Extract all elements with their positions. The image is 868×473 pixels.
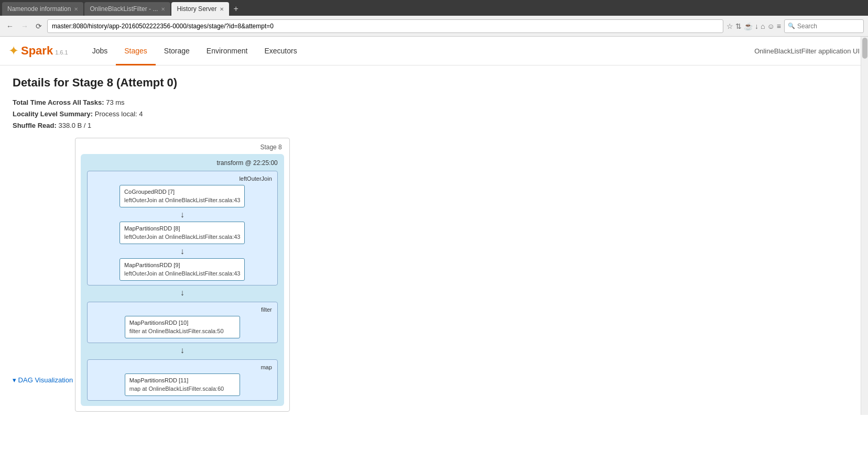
dag-group-map-label: map	[93, 364, 272, 370]
dag-between-2-3: ↓	[87, 343, 278, 357]
nav-executors[interactable]: Executors	[256, 37, 305, 65]
app-container: ✦ Spark 1.6.1 Jobs Stages Storage Enviro…	[0, 37, 868, 473]
address-bar-row: ← → ⟳ ☆ ⇅ ☕ ↓ ⌂ ☺ ≡ 🔍	[0, 16, 868, 37]
dag-group-leftOuterJoin-label: leftOuterJoin	[93, 175, 272, 182]
shield-icon[interactable]: ☕	[744, 22, 753, 30]
dag-arrow-between-2: ↓	[180, 345, 185, 355]
tab-bar: Namenode information ✕ OnlineBlackListFi…	[0, 0, 868, 16]
rdd-box-1: MapPartitionsRDD [8] leftOuterJoin at On…	[120, 222, 245, 244]
dag-between-1-2: ↓	[87, 285, 278, 300]
dag-toggle[interactable]: ▾ DAG Visualization	[13, 376, 73, 384]
info-table: Total Time Across All Tasks: 73 ms Local…	[13, 97, 855, 131]
rdd-name-0: CoGroupedRDD [7]	[124, 188, 240, 196]
rdd-box-4: MapPartitionsRDD [11] map at OnlineBlack…	[125, 373, 240, 396]
new-tab-button[interactable]: +	[230, 2, 241, 16]
search-input[interactable]	[797, 23, 860, 30]
rdd-detail-1: leftOuterJoin at OnlineBlackListFilter.s…	[124, 233, 240, 241]
total-time-value: 73 ms	[106, 98, 124, 106]
rdd-name-1: MapPartitionsRDD [8]	[124, 225, 240, 233]
stage-label: Stage 8	[81, 144, 284, 151]
dag-group-leftOuterJoin: leftOuterJoin CoGroupedRDD [7] leftOuter…	[87, 171, 278, 285]
nav-environment[interactable]: Environment	[198, 37, 256, 65]
app-header: ✦ Spark 1.6.1 Jobs Stages Storage Enviro…	[0, 37, 868, 65]
address-input[interactable]	[47, 19, 723, 33]
dag-arrow-0: ↓	[180, 210, 185, 219]
spark-version: 1.6.1	[55, 49, 68, 56]
nav-stages[interactable]: Stages	[116, 37, 156, 65]
sync-icon[interactable]: ⇅	[735, 22, 742, 30]
tab-namenode-close[interactable]: ✕	[74, 6, 78, 12]
rdd-name-2: MapPartitionsRDD [9]	[124, 261, 240, 269]
tab-history-label: History Server	[177, 5, 216, 13]
rdd-detail-4: map at OnlineBlackListFilter.scala:60	[129, 385, 235, 393]
back-button[interactable]: ←	[4, 21, 16, 31]
tab-filter[interactable]: OnlineBlackListFilter - ... ✕	[84, 2, 170, 16]
home-icon[interactable]: ⌂	[761, 22, 765, 30]
spark-star-icon: ✦	[8, 43, 19, 58]
rdd-box-2: MapPartitionsRDD [9] leftOuterJoin at On…	[120, 258, 245, 281]
nav-storage[interactable]: Storage	[156, 37, 198, 65]
shuffle-value: 338.0 B / 1	[58, 122, 91, 129]
dag-group-map: map MapPartitionsRDD [11] map at OnlineB…	[87, 359, 278, 401]
reload-button[interactable]: ⟳	[34, 21, 44, 31]
shuffle-row: Shuffle Read: 338.0 B / 1	[13, 120, 855, 131]
search-icon: 🔍	[788, 23, 795, 29]
tab-filter-close[interactable]: ✕	[161, 6, 165, 12]
scrollbar[interactable]	[861, 37, 868, 415]
app-title: OnlineBlackListFilter application UI	[754, 47, 860, 55]
locality-row: Locality Level Summary: Process local: 4	[13, 108, 855, 120]
dag-arrow-between-1: ↓	[180, 288, 185, 298]
dag-center-2: MapPartitionsRDD [10] filter at OnlineBl…	[93, 316, 272, 338]
tab-history[interactable]: History Server ✕	[171, 2, 229, 16]
rdd-name-4: MapPartitionsRDD [11]	[129, 377, 235, 384]
browser-chrome: Namenode information ✕ OnlineBlackListFi…	[0, 0, 868, 37]
total-time-label: Total Time Across All Tasks:	[13, 98, 104, 106]
forward-button[interactable]: →	[19, 21, 30, 31]
scrollbar-thumb[interactable]	[862, 38, 867, 59]
dag-arrow-1: ↓	[180, 246, 185, 256]
dag-group-filter-label: filter	[93, 306, 272, 313]
dag-outer: transform @ 22:25:00 leftOuterJoin CoGro…	[81, 154, 284, 406]
shuffle-label: Shuffle Read:	[13, 122, 57, 129]
spark-logo-text: Spark	[21, 44, 53, 58]
tab-namenode-label: Namenode information	[7, 5, 71, 13]
dag-center-3: MapPartitionsRDD [11] map at OnlineBlack…	[93, 373, 272, 396]
spark-logo: ✦ Spark 1.6.1	[8, 43, 68, 58]
search-box: 🔍	[784, 19, 864, 33]
tab-history-close[interactable]: ✕	[220, 6, 224, 12]
nav-jobs[interactable]: Jobs	[84, 37, 116, 65]
menu-icon[interactable]: ≡	[777, 22, 781, 30]
bookmark-icon[interactable]: ☆	[726, 22, 733, 30]
rdd-box-0: CoGroupedRDD [7] leftOuterJoin at Online…	[120, 185, 245, 207]
page-title: Details for Stage 8 (Attempt 0)	[13, 76, 855, 90]
rdd-box-3: MapPartitionsRDD [10] filter at OnlineBl…	[125, 316, 240, 338]
transform-label: transform @ 22:25:00	[87, 159, 278, 167]
rdd-detail-3: filter at OnlineBlackListFilter.scala:50	[129, 327, 235, 335]
nav-menu: Jobs Stages Storage Environment Executor…	[84, 37, 306, 65]
tab-namenode[interactable]: Namenode information ✕	[2, 2, 83, 16]
locality-label: Locality Level Summary:	[13, 110, 93, 118]
dag-center-1: CoGroupedRDD [7] leftOuterJoin at Online…	[93, 185, 272, 281]
dag-group-filter: filter MapPartitionsRDD [10] filter at O…	[87, 302, 278, 343]
user-icon[interactable]: ☺	[767, 22, 775, 30]
main-content: Details for Stage 8 (Attempt 0) Total Ti…	[0, 65, 868, 422]
rdd-detail-2: leftOuterJoin at OnlineBlackListFilter.s…	[124, 270, 240, 278]
rdd-name-3: MapPartitionsRDD [10]	[129, 319, 235, 327]
bookmark-icons: ☆ ⇅ ☕ ↓ ⌂ ☺ ≡	[726, 22, 781, 30]
locality-value: Process local: 4	[95, 110, 143, 118]
tab-filter-label: OnlineBlackListFilter - ...	[90, 5, 158, 13]
total-time-row: Total Time Across All Tasks: 73 ms	[13, 97, 855, 108]
download-icon[interactable]: ↓	[755, 22, 758, 30]
dag-container: Stage 8 transform @ 22:25:00 leftOuterJo…	[75, 138, 290, 412]
rdd-detail-0: leftOuterJoin at OnlineBlackListFilter.s…	[124, 196, 240, 204]
